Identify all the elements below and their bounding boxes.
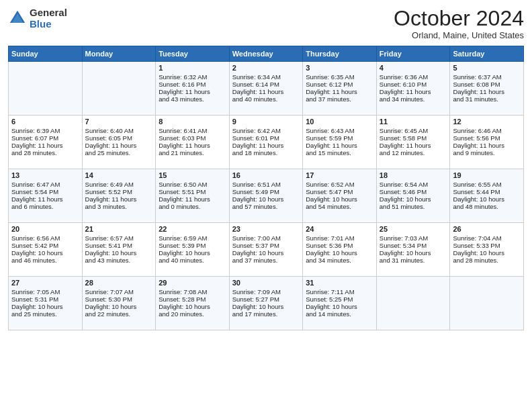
day-info-line: and 54 minutes. <box>306 203 373 210</box>
logo-icon <box>8 9 27 28</box>
day-info-line: Daylight: 11 hours <box>306 142 373 149</box>
day-number: 25 <box>380 225 447 233</box>
day-info-line: Daylight: 11 hours <box>453 88 521 95</box>
day-info-line: and 51 minutes. <box>380 203 447 210</box>
day-info-line: Daylight: 11 hours <box>453 142 521 149</box>
day-number: 24 <box>306 225 373 233</box>
day-info-line: and 46 minutes. <box>11 257 79 264</box>
day-number: 12 <box>453 118 521 126</box>
calendar-cell: 9Sunrise: 6:42 AMSunset: 6:01 PMDaylight… <box>229 116 303 169</box>
day-info-line: Sunrise: 6:46 AM <box>453 127 521 134</box>
day-info-line: Daylight: 10 hours <box>159 249 226 257</box>
calendar-cell: 10Sunrise: 6:43 AMSunset: 5:59 PMDayligh… <box>303 116 377 169</box>
day-info-line: Sunrise: 6:40 AM <box>85 127 153 134</box>
calendar-cell: 20Sunrise: 6:56 AMSunset: 5:42 PMDayligh… <box>9 223 83 277</box>
calendar-cell: 1Sunrise: 6:32 AMSunset: 6:16 PMDaylight… <box>156 62 230 116</box>
day-info-line: Daylight: 10 hours <box>306 249 373 257</box>
day-info-line: Daylight: 11 hours <box>232 88 300 95</box>
day-info-line: Daylight: 10 hours <box>380 195 447 203</box>
day-info-line: Sunrise: 7:09 AM <box>232 288 300 295</box>
day-info-line: Sunrise: 7:07 AM <box>85 288 153 295</box>
calendar-cell: 11Sunrise: 6:45 AMSunset: 5:58 PMDayligh… <box>376 116 450 169</box>
day-info-line: Sunset: 5:51 PM <box>159 188 226 195</box>
day-number: 27 <box>11 279 79 287</box>
day-number: 22 <box>159 225 226 233</box>
day-info-line: Sunset: 5:56 PM <box>453 134 521 142</box>
day-info-line: and 28 minutes. <box>11 149 79 156</box>
calendar-cell: 16Sunrise: 6:51 AMSunset: 5:49 PMDayligh… <box>229 169 303 223</box>
day-info-line: Sunset: 5:46 PM <box>380 188 447 195</box>
weekday-header-monday: Monday <box>82 46 156 62</box>
calendar-week-row: 6Sunrise: 6:39 AMSunset: 6:07 PMDaylight… <box>9 116 524 169</box>
day-number: 31 <box>306 279 373 287</box>
calendar-cell: 31Sunrise: 7:11 AMSunset: 5:25 PMDayligh… <box>303 277 377 330</box>
day-number: 7 <box>85 118 153 126</box>
calendar-cell: 30Sunrise: 7:09 AMSunset: 5:27 PMDayligh… <box>229 277 303 330</box>
day-info-line: Daylight: 10 hours <box>453 195 521 203</box>
day-info-line: and 9 minutes. <box>453 149 521 156</box>
day-info-line: Sunrise: 6:51 AM <box>232 181 300 188</box>
day-info-line: Sunrise: 7:01 AM <box>306 234 373 242</box>
day-info-line: Sunrise: 6:59 AM <box>159 234 226 242</box>
day-info-line: and 48 minutes. <box>453 203 521 210</box>
logo-text: General Blue <box>30 7 67 30</box>
day-info-line: Sunset: 5:31 PM <box>11 295 79 303</box>
day-info-line: Sunset: 5:28 PM <box>159 295 226 303</box>
day-info-line: Daylight: 10 hours <box>453 249 521 257</box>
day-info-line: and 15 minutes. <box>306 149 373 156</box>
header: General Blue October 2024 Orland, Maine,… <box>8 7 524 40</box>
day-info-line: Sunset: 5:30 PM <box>85 295 153 303</box>
day-info-line: Sunrise: 7:05 AM <box>11 288 79 295</box>
day-info-line: and 34 minutes. <box>380 95 447 103</box>
day-info-line: Daylight: 11 hours <box>159 195 226 203</box>
day-info-line: Sunset: 5:33 PM <box>453 242 521 249</box>
calendar-cell: 28Sunrise: 7:07 AMSunset: 5:30 PMDayligh… <box>82 277 156 330</box>
location: Orland, Maine, United States <box>394 30 524 40</box>
day-number: 18 <box>380 171 447 179</box>
weekday-header-friday: Friday <box>376 46 450 62</box>
day-info-line: and 31 minutes. <box>380 257 447 264</box>
day-info-line: Daylight: 10 hours <box>232 303 300 310</box>
calendar-table: SundayMondayTuesdayWednesdayThursdayFrid… <box>8 46 524 330</box>
day-info-line: and 18 minutes. <box>232 149 300 156</box>
day-info-line: Daylight: 10 hours <box>380 249 447 257</box>
day-info-line: Daylight: 10 hours <box>232 249 300 257</box>
day-info-line: Daylight: 10 hours <box>306 195 373 203</box>
weekday-header-thursday: Thursday <box>303 46 377 62</box>
day-info-line: and 14 minutes. <box>306 310 373 318</box>
day-info-line: and 17 minutes. <box>232 310 300 318</box>
calendar-cell <box>82 62 156 116</box>
day-info-line: Sunrise: 6:52 AM <box>306 181 373 188</box>
day-info-line: Sunrise: 6:54 AM <box>380 181 447 188</box>
calendar-cell: 6Sunrise: 6:39 AMSunset: 6:07 PMDaylight… <box>9 116 83 169</box>
day-info-line: Sunset: 5:36 PM <box>306 242 373 249</box>
day-info-line: Daylight: 11 hours <box>380 142 447 149</box>
day-info-line: Sunset: 6:03 PM <box>159 134 226 142</box>
day-number: 19 <box>453 171 521 179</box>
day-info-line: Sunrise: 7:00 AM <box>232 234 300 242</box>
day-number: 4 <box>380 64 447 72</box>
weekday-header-tuesday: Tuesday <box>156 46 230 62</box>
calendar-cell: 3Sunrise: 6:35 AMSunset: 6:12 PMDaylight… <box>303 62 377 116</box>
day-info-line: Sunrise: 6:55 AM <box>453 181 521 188</box>
day-info-line: and 28 minutes. <box>453 257 521 264</box>
calendar-cell <box>450 277 524 330</box>
day-info-line: Sunrise: 6:49 AM <box>85 181 153 188</box>
day-info-line: and 25 minutes. <box>11 310 79 318</box>
calendar-week-row: 27Sunrise: 7:05 AMSunset: 5:31 PMDayligh… <box>9 277 524 330</box>
day-info-line: Daylight: 11 hours <box>85 195 153 203</box>
day-number: 20 <box>11 225 79 233</box>
day-info-line: Sunset: 5:27 PM <box>232 295 300 303</box>
day-number: 5 <box>453 64 521 72</box>
day-info-line: Daylight: 10 hours <box>85 249 153 257</box>
day-info-line: Daylight: 10 hours <box>85 303 153 310</box>
day-info-line: Daylight: 11 hours <box>159 142 226 149</box>
day-info-line: and 37 minutes. <box>232 257 300 264</box>
calendar-cell: 22Sunrise: 6:59 AMSunset: 5:39 PMDayligh… <box>156 223 230 277</box>
calendar-cell: 14Sunrise: 6:49 AMSunset: 5:52 PMDayligh… <box>82 169 156 223</box>
day-info-line: Sunset: 5:25 PM <box>306 295 373 303</box>
day-info-line: Sunrise: 6:56 AM <box>11 234 79 242</box>
day-info-line: Sunrise: 6:34 AM <box>232 73 300 81</box>
day-info-line: Sunrise: 6:50 AM <box>159 181 226 188</box>
day-info-line: Sunset: 5:39 PM <box>159 242 226 249</box>
